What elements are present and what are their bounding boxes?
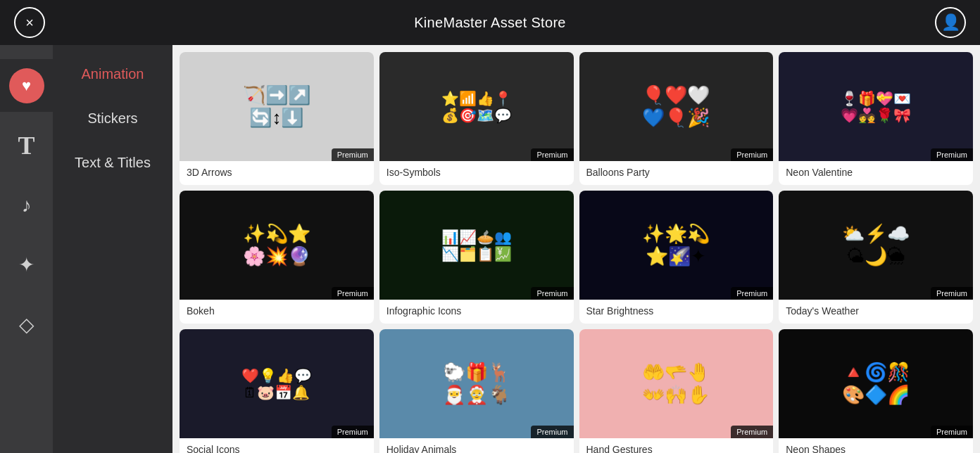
thumbnail-content: ❤️💡👍💬🗓🐷📅🔔: [234, 360, 319, 408]
premium-badge: Premium: [531, 148, 573, 161]
asset-thumbnail: ✨💫⭐🌸💥🔮 Premium: [180, 191, 374, 300]
premium-badge: Premium: [731, 287, 773, 300]
asset-title: Hand Gestures: [579, 438, 774, 453]
asset-card-neon-shapes[interactable]: 🔺🌀🎊🎨🔷🌈 Premium Neon Shapes: [779, 329, 973, 453]
music-icon: ♪: [22, 194, 32, 217]
asset-title: Star Brightness: [579, 300, 774, 324]
asset-title: Bokeh: [180, 300, 374, 324]
asset-thumbnail: 🤲🫳🤚👐🙌✋ Premium: [579, 329, 774, 438]
premium-badge: Premium: [531, 287, 573, 300]
asset-title: Iso-Symbols: [379, 161, 574, 185]
asset-thumbnail: 🏹➡️↗️🔄↕️⬇️ Premium: [180, 52, 374, 161]
user-button[interactable]: 👤: [935, 7, 966, 38]
asset-thumbnail: 📊📈🥧👥📉🗂️📋💹 Premium: [379, 191, 574, 300]
asset-card-3d-arrows[interactable]: 🏹➡️↗️🔄↕️⬇️ Premium 3D Arrows: [180, 52, 374, 185]
category-sidebar: Animation Stickers Text & Titles: [53, 45, 172, 453]
premium-badge: Premium: [332, 148, 374, 161]
asset-card-neon-valentine[interactable]: 🍷🎁💝💌💗💑🌹🎀 Premium Neon Valentine: [779, 52, 973, 185]
icon-sidebar: T ♪ ✦ ◇: [0, 45, 53, 453]
asset-card-star-brightness[interactable]: ✨🌟💫⭐🌠✦ Premium Star Brightness: [579, 191, 774, 324]
asset-thumbnail: 🍷🎁💝💌💗💑🌹🎀 Premium: [779, 52, 973, 161]
header-title: KineMaster Asset Store: [414, 15, 566, 31]
thumbnail-content: 🎈❤️🤍💙🎈🎉: [635, 77, 717, 135]
asset-title: Neon Valentine: [779, 161, 973, 185]
premium-badge: Premium: [531, 426, 573, 438]
thumbnail-content: 🏹➡️↗️🔄↕️⬇️: [236, 77, 318, 135]
asset-title: Neon Shapes: [779, 438, 973, 453]
content-area[interactable]: 🏹➡️↗️🔄↕️⬇️ Premium 3D Arrows ⭐📶👍📍💰🎯🗺️💬 P…: [172, 45, 980, 453]
asset-thumbnail: 🎈❤️🤍💙🎈🎉 Premium: [579, 52, 774, 161]
asset-thumbnail: 🔺🌀🎊🎨🔷🌈 Premium: [779, 329, 973, 438]
sidebar-item-effects[interactable]: ✦: [0, 238, 53, 291]
diamond-icon: ◇: [19, 313, 34, 336]
premium-badge: Premium: [931, 287, 973, 300]
main-layout: T ♪ ✦ ◇ Animation Stickers Text & Titles…: [0, 45, 980, 453]
asset-title: Infographic Icons: [379, 300, 574, 324]
thumbnail-content: 🐑🎁🦌🎅🤶🐐: [436, 355, 517, 412]
asset-card-todays-weather[interactable]: ⛅⚡☁️🌤🌙🌦 Premium Today's Weather: [779, 191, 973, 324]
premium-badge: Premium: [731, 426, 773, 438]
thumbnail-content: ⛅⚡☁️🌤🌙🌦: [835, 216, 917, 274]
asset-title: Balloons Party: [579, 161, 774, 185]
thumbnail-content: ✨💫⭐🌸💥🔮: [236, 216, 318, 274]
premium-badge: Premium: [332, 287, 374, 300]
thumbnail-content: ⭐📶👍📍💰🎯🗺️💬: [434, 83, 519, 131]
header: × KineMaster Asset Store 👤: [0, 0, 980, 45]
asset-grid: 🏹➡️↗️🔄↕️⬇️ Premium 3D Arrows ⭐📶👍📍💰🎯🗺️💬 P…: [180, 52, 973, 453]
asset-card-social-icons[interactable]: ❤️💡👍💬🗓🐷📅🔔 Premium Social Icons: [180, 329, 374, 453]
sidebar-item-text[interactable]: T: [0, 119, 53, 172]
asset-card-hand-gestures[interactable]: 🤲🫳🤚👐🙌✋ Premium Hand Gestures: [579, 329, 774, 453]
asset-title: Today's Weather: [779, 300, 973, 324]
thumbnail-content: 🍷🎁💝💌💗💑🌹🎀: [834, 83, 918, 131]
asset-title: Social Icons: [180, 438, 374, 453]
thumbnail-content: 📊📈🥧👥📉🗂️📋💹: [434, 222, 519, 269]
asset-card-bokeh[interactable]: ✨💫⭐🌸💥🔮 Premium Bokeh: [180, 191, 374, 324]
thumbnail-content: 🤲🫳🤚👐🙌✋: [635, 355, 717, 412]
sidebar-item-music[interactable]: ♪: [0, 179, 53, 231]
text-icon: T: [18, 131, 34, 160]
asset-thumbnail: ⭐📶👍📍💰🎯🗺️💬 Premium: [379, 52, 574, 161]
asset-thumbnail: ✨🌟💫⭐🌠✦ Premium: [579, 191, 774, 300]
animation-icon: [9, 68, 44, 103]
asset-card-balloons-party[interactable]: 🎈❤️🤍💙🎈🎉 Premium Balloons Party: [579, 52, 774, 185]
asset-title: Holiday Animals: [379, 438, 574, 453]
category-animation[interactable]: Animation: [82, 66, 144, 82]
asset-card-iso-symbols[interactable]: ⭐📶👍📍💰🎯🗺️💬 Premium Iso-Symbols: [379, 52, 574, 185]
asset-card-infographic-icons[interactable]: 📊📈🥧👥📉🗂️📋💹 Premium Infographic Icons: [379, 191, 574, 324]
sidebar-item-animation[interactable]: [0, 59, 53, 112]
effects-icon: ✦: [18, 253, 34, 276]
sidebar-item-premium[interactable]: ◇: [0, 298, 53, 351]
asset-card-holiday-animals[interactable]: 🐑🎁🦌🎅🤶🐐 Premium Holiday Animals: [379, 329, 574, 453]
category-text-titles[interactable]: Text & Titles: [75, 155, 151, 171]
close-icon: ×: [25, 15, 34, 31]
asset-thumbnail: 🐑🎁🦌🎅🤶🐐 Premium: [379, 329, 574, 438]
premium-badge: Premium: [931, 426, 973, 438]
asset-thumbnail: ⛅⚡☁️🌤🌙🌦 Premium: [779, 191, 973, 300]
user-icon: 👤: [941, 13, 960, 32]
premium-badge: Premium: [731, 148, 773, 161]
asset-title: 3D Arrows: [180, 161, 374, 185]
category-stickers[interactable]: Stickers: [87, 110, 137, 127]
thumbnail-content: ✨🌟💫⭐🌠✦: [635, 216, 717, 274]
premium-badge: Premium: [931, 148, 973, 161]
close-button[interactable]: ×: [14, 7, 45, 38]
premium-badge: Premium: [332, 426, 374, 438]
thumbnail-content: 🔺🌀🎊🎨🔷🌈: [835, 355, 917, 412]
asset-thumbnail: ❤️💡👍💬🗓🐷📅🔔 Premium: [180, 329, 374, 438]
